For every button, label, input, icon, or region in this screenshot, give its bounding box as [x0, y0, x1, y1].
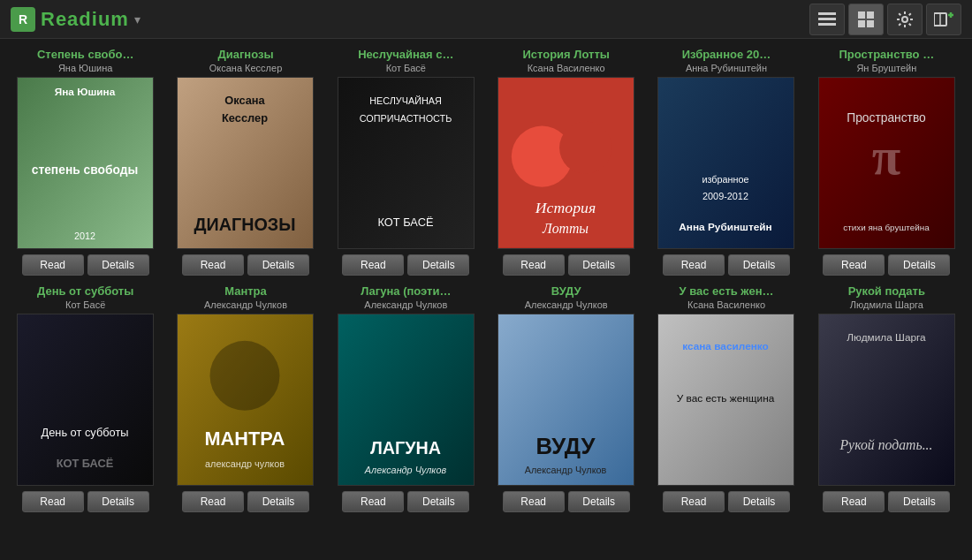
- read-button[interactable]: Read: [182, 254, 244, 276]
- book-author: Александр Чулков: [331, 299, 481, 310]
- book-cover[interactable]: ЛАГУНА Александр Чулков: [338, 314, 475, 486]
- book-title: ВУДУ: [491, 284, 641, 298]
- details-button[interactable]: Details: [247, 254, 309, 276]
- book-author: Ксана Василенко: [651, 299, 801, 310]
- details-button[interactable]: Details: [407, 254, 469, 276]
- details-button[interactable]: Details: [888, 491, 950, 512]
- details-button[interactable]: Details: [728, 254, 790, 276]
- header: R Readium ▾: [0, 0, 972, 39]
- svg-text:День от субботы: День от субботы: [42, 426, 129, 439]
- book-cover[interactable]: История Лотты: [497, 77, 634, 249]
- svg-text:Александр Чулков: Александр Чулков: [525, 465, 607, 475]
- details-button[interactable]: Details: [407, 491, 469, 512]
- book-cover[interactable]: НЕСЛУЧАЙНАЯ СОПРИЧАСТНОСТЬ КОТ БАСЁ: [338, 77, 475, 249]
- svg-rect-57: [498, 314, 634, 484]
- book-item: Пространство … Ян Бруштейн Пространство …: [809, 48, 965, 281]
- book-author: Кот Басё: [11, 299, 160, 310]
- book-author: Александр Чулков: [491, 299, 641, 310]
- svg-point-49: [210, 341, 280, 411]
- svg-text:Людмила Шарга: Людмила Шарга: [847, 331, 926, 344]
- book-title: История Лотты: [491, 48, 641, 61]
- read-button[interactable]: Read: [663, 254, 725, 276]
- book-title: Диагнозы: [171, 48, 320, 61]
- read-button[interactable]: Read: [22, 254, 84, 276]
- book-author: Людмила Шарга: [812, 299, 961, 310]
- read-button[interactable]: Read: [342, 491, 404, 512]
- book-author: Анна Рубинштейн: [651, 63, 801, 73]
- svg-text:Анна Рубинштейн: Анна Рубинштейн: [680, 221, 773, 233]
- book-author: Александр Чулков: [171, 299, 320, 310]
- book-actions: Read Details: [11, 254, 160, 276]
- book-cover[interactable]: ксана василенко У вас есть женщина: [657, 314, 794, 486]
- book-cover[interactable]: МАНТРА александр чулков: [177, 314, 314, 486]
- add-book-icon: [934, 11, 953, 27]
- read-button[interactable]: Read: [823, 491, 885, 512]
- book-actions: Read Details: [812, 491, 961, 512]
- book-actions: Read Details: [651, 491, 801, 512]
- svg-rect-53: [338, 314, 474, 484]
- book-title: У вас есть жен…: [651, 284, 801, 298]
- app-name: Readium: [41, 8, 129, 31]
- details-button[interactable]: Details: [888, 254, 950, 276]
- svg-text:ЛАГУНА: ЛАГУНА: [370, 438, 441, 458]
- book-cover[interactable]: Людмила Шарга Рукой подать...: [818, 314, 955, 486]
- book-item: День от субботы Кот Басё День от субботы…: [7, 284, 163, 518]
- svg-text:Кесслер: Кесслер: [222, 111, 268, 125]
- book-item: Избранное 20… Анна Рубинштейн избранное …: [648, 48, 804, 281]
- book-cover[interactable]: ВУДУ Александр Чулков: [497, 314, 634, 486]
- svg-rect-6: [867, 20, 874, 27]
- grid-view-icon: [858, 11, 874, 27]
- svg-text:Лотты: Лотты: [542, 221, 589, 236]
- read-button[interactable]: Read: [823, 254, 885, 276]
- settings-button[interactable]: [887, 4, 923, 35]
- settings-icon: [896, 11, 914, 28]
- book-cover[interactable]: Оксана Кесслер ДИАГНОЗЫ: [177, 77, 314, 249]
- read-button[interactable]: Read: [663, 491, 725, 512]
- book-cover[interactable]: избранное 2009-2012 Анна Рубинштейн: [657, 77, 794, 249]
- book-item: ВУДУ Александр Чулков ВУДУ Александр Чул…: [488, 284, 644, 518]
- details-button[interactable]: Details: [87, 491, 149, 512]
- list-view-icon: [818, 12, 836, 26]
- details-button[interactable]: Details: [728, 491, 790, 512]
- book-cover[interactable]: Яна Юшина степень свободы 2012: [17, 77, 154, 249]
- details-button[interactable]: Details: [247, 491, 309, 512]
- list-view-button[interactable]: [809, 4, 845, 35]
- book-actions: Read Details: [11, 491, 160, 512]
- read-button[interactable]: Read: [503, 491, 565, 512]
- read-button[interactable]: Read: [22, 491, 84, 512]
- toolbar-icons: [809, 4, 961, 35]
- book-item: У вас есть жен… Ксана Василенко ксана ва…: [648, 284, 804, 518]
- svg-point-7: [902, 17, 907, 22]
- main-content: Степень свобо… Яна Юшина Яна Юшина степе…: [0, 39, 972, 560]
- svg-rect-4: [867, 11, 874, 19]
- book-cover[interactable]: Пространство π стихи яна бруштейна: [818, 77, 955, 249]
- book-title: Неслучайная с…: [331, 48, 481, 61]
- svg-text:избранное: избранное: [702, 174, 749, 185]
- svg-text:Рукой подать...: Рукой подать...: [839, 437, 932, 453]
- book-item: Лагуна (поэти… Александр Чулков ЛАГУНА А…: [328, 284, 484, 518]
- book-actions: Read Details: [651, 254, 801, 276]
- svg-text:Пространство: Пространство: [847, 110, 926, 125]
- svg-text:КОТ БАСЁ: КОТ БАСЁ: [377, 216, 433, 229]
- book-author: Яна Юшина: [11, 63, 160, 73]
- svg-text:александр чулков: александр чулков: [206, 458, 285, 469]
- details-button[interactable]: Details: [568, 491, 630, 512]
- book-title: Лагуна (поэти…: [331, 284, 481, 298]
- book-author: Оксана Кесслер: [171, 63, 320, 73]
- book-grid: Степень свобо… Яна Юшина Яна Юшина степе…: [7, 48, 965, 518]
- book-actions: Read Details: [491, 254, 641, 276]
- book-item: История Лотты Ксана Василенко История Ло…: [488, 48, 644, 281]
- book-author: Ксана Василенко: [491, 63, 641, 73]
- read-button[interactable]: Read: [503, 254, 565, 276]
- book-item: Рукой подать Людмила Шарга Людмила Шарга…: [809, 284, 965, 518]
- svg-text:НЕСЛУЧАЙНАЯ: НЕСЛУЧАЙНАЯ: [369, 95, 442, 106]
- read-button[interactable]: Read: [182, 491, 244, 512]
- details-button[interactable]: Details: [568, 254, 630, 276]
- book-cover[interactable]: День от субботы КОТ БАСЁ: [17, 314, 154, 486]
- dropdown-arrow-icon[interactable]: ▾: [134, 12, 140, 26]
- grid-view-button[interactable]: [848, 4, 884, 35]
- svg-rect-2: [818, 23, 836, 26]
- details-button[interactable]: Details: [87, 254, 149, 276]
- add-book-button[interactable]: [926, 4, 961, 35]
- read-button[interactable]: Read: [342, 254, 404, 276]
